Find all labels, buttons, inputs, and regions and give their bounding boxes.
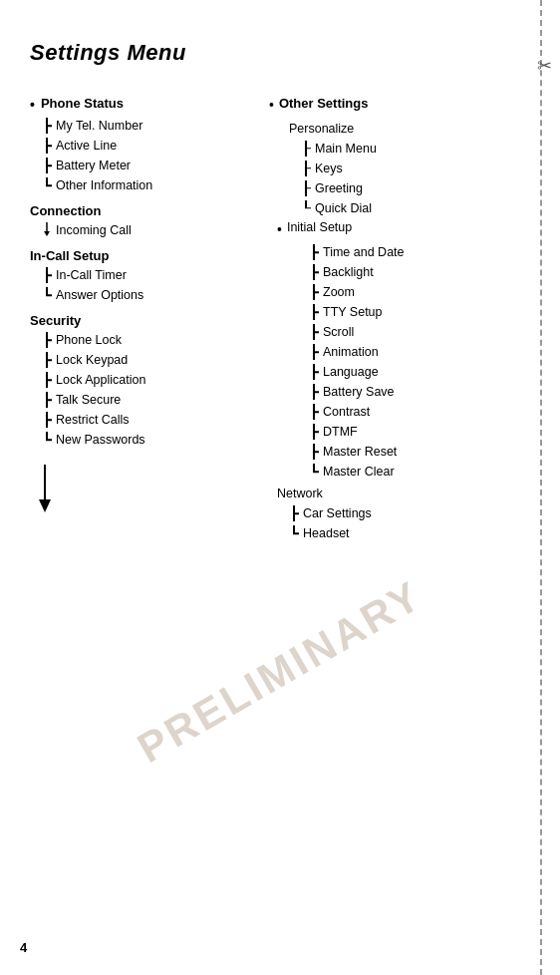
- section-phone-status: • Phone Status My Tel. Number Active Lin…: [30, 96, 249, 195]
- branch-icon: [42, 177, 56, 193]
- initial-setup-label: Initial Setup: [287, 220, 352, 234]
- list-item: Other Information: [42, 175, 249, 195]
- list-item: Backlight: [309, 262, 510, 282]
- initial-setup-items: Time and Date Backlight Zoom TTY Setup: [297, 242, 510, 482]
- left-column: • Phone Status My Tel. Number Active Lin…: [30, 96, 249, 514]
- bullet-initial-setup: •: [277, 220, 282, 240]
- initial-setup-list: Time and Date Backlight Zoom TTY Setup: [309, 242, 510, 482]
- list-item: Headset: [289, 523, 510, 543]
- list-item: Main Menu: [301, 139, 510, 159]
- connection-items: Incoming Call: [42, 220, 249, 240]
- page-title: Settings Menu: [30, 40, 510, 66]
- branch-icon: [42, 138, 56, 154]
- branch-icon: [301, 161, 315, 176]
- bullet-phone-status: •: [30, 96, 35, 114]
- list-item: Animation: [309, 342, 510, 362]
- scissors-icon: ✂: [537, 55, 552, 77]
- in-call-items: In-Call Timer Answer Options: [42, 265, 249, 305]
- list-item: Battery Meter: [42, 156, 249, 175]
- list-item: Master Clear: [309, 462, 510, 482]
- section-header-phone-status: • Phone Status: [30, 96, 249, 114]
- section-header-connection: Connection: [30, 203, 249, 218]
- list-item: Car Settings: [289, 503, 510, 523]
- branch-icon: [301, 141, 315, 157]
- list-item: Lock Keypad: [42, 350, 249, 370]
- page-number: 4: [20, 940, 27, 955]
- list-item: Scroll: [309, 322, 510, 342]
- list-item: Quick Dial: [301, 198, 510, 218]
- section-header-security: Security: [30, 313, 249, 328]
- list-item: Incoming Call: [42, 220, 249, 240]
- list-item: Contrast: [309, 402, 510, 422]
- security-items: Phone Lock Lock Keypad Lock Application …: [42, 330, 249, 450]
- list-item: Time and Date: [309, 242, 510, 262]
- svg-marker-3: [39, 499, 51, 512]
- list-item: New Passwords: [42, 430, 249, 450]
- branch-icon: [309, 444, 323, 460]
- branch-icon: [301, 200, 315, 216]
- list-item: Phone Lock: [42, 330, 249, 350]
- branch-icon: [42, 392, 56, 408]
- right-border: [540, 0, 542, 975]
- branch-icon: [289, 505, 303, 521]
- list-item: Language: [309, 362, 510, 382]
- branch-icon: [42, 412, 56, 428]
- car-settings-headset: Car Settings Headset: [289, 503, 510, 543]
- list-item: In-Call Timer: [42, 265, 249, 285]
- personalize-label: Personalize: [289, 119, 510, 139]
- branch-icon: [301, 180, 315, 196]
- list-item: Master Reset: [309, 442, 510, 462]
- section-connection: Connection Incoming Call: [30, 203, 249, 240]
- initial-setup-header: • Initial Setup: [277, 220, 510, 240]
- section-label-connection: Connection: [30, 203, 102, 218]
- list-item: Active Line: [42, 136, 249, 156]
- section-security: Security Phone Lock Lock Keypad Lock App…: [30, 313, 249, 450]
- branch-icon: [309, 264, 323, 280]
- list-item: Keys: [301, 159, 510, 178]
- branch-icon: [42, 352, 56, 368]
- columns-layout: • Phone Status My Tel. Number Active Lin…: [30, 96, 510, 543]
- branch-icon: [42, 432, 56, 448]
- section-label-in-call-setup: In-Call Setup: [30, 248, 109, 263]
- section-in-call-setup: In-Call Setup In-Call Timer Answer Optio…: [30, 248, 249, 305]
- branch-icon: [309, 384, 323, 400]
- list-item: Talk Secure: [42, 390, 249, 410]
- list-item: Restrict Calls: [42, 410, 249, 430]
- bullet-other-settings: •: [269, 96, 274, 116]
- down-arrow-icon: [42, 222, 56, 238]
- section-label-other-settings: Other Settings: [279, 96, 369, 111]
- list-item: Network: [277, 484, 510, 503]
- branch-icon: [42, 158, 56, 173]
- branch-icon: [42, 118, 56, 134]
- personalize-items: Main Menu Keys Greeting Quick Dial: [301, 139, 510, 218]
- large-down-arrow: [35, 465, 249, 514]
- list-item: Answer Options: [42, 285, 249, 305]
- section-label-phone-status: Phone Status: [41, 96, 124, 111]
- branch-icon: [42, 332, 56, 348]
- list-item: Battery Save: [309, 382, 510, 402]
- list-item: Greeting: [301, 178, 510, 198]
- branch-icon: [289, 525, 303, 541]
- branch-icon: [309, 244, 323, 260]
- svg-marker-1: [44, 231, 50, 236]
- branch-icon: [309, 424, 323, 440]
- standalone-items: Network Car Settings Headset: [277, 484, 510, 543]
- list-item: DTMF: [309, 422, 510, 442]
- list-item: My Tel. Number: [42, 116, 249, 136]
- branch-icon: [309, 344, 323, 360]
- branch-icon: [309, 404, 323, 420]
- other-settings-header: • Other Settings: [269, 96, 510, 116]
- branch-icon: [309, 284, 323, 300]
- section-header-in-call-setup: In-Call Setup: [30, 248, 249, 263]
- right-column: • Other Settings Personalize Main Menu K…: [269, 96, 510, 543]
- branch-icon: [309, 464, 323, 480]
- branch-icon: [309, 324, 323, 340]
- branch-icon: [42, 372, 56, 388]
- section-label-security: Security: [30, 313, 81, 328]
- main-content: Settings Menu • Phone Status My Tel. Num…: [0, 0, 560, 583]
- list-item: TTY Setup: [309, 302, 510, 322]
- watermark: PRELIMINARY: [130, 571, 430, 773]
- branch-icon: [42, 287, 56, 303]
- branch-icon: [309, 364, 323, 380]
- list-item: Lock Application: [42, 370, 249, 390]
